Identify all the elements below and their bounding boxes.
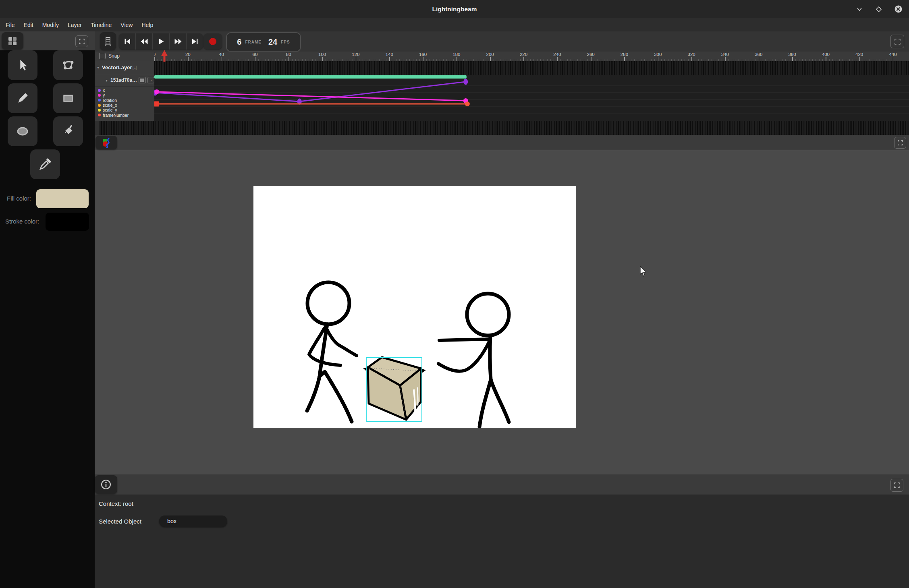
ruler-label-280: 280	[621, 52, 628, 57]
menu-layer[interactable]: Layer	[63, 22, 86, 28]
timeline-panel-tab[interactable]	[100, 32, 116, 50]
canvas-panel-tab[interactable]	[95, 136, 117, 149]
menu-help[interactable]: Help	[137, 22, 158, 28]
fill-color-label: Fill color:	[7, 195, 31, 202]
canvas-expand-button[interactable]	[894, 137, 906, 149]
property-row-x[interactable]: x	[95, 88, 154, 93]
tool-select-button[interactable]	[8, 50, 37, 80]
collapse-triangle-icon[interactable]: ▾	[106, 78, 108, 83]
sublayer-visibility-button[interactable]	[139, 77, 145, 83]
layer-name[interactable]: VectorLayer	[102, 64, 132, 70]
tool-pencil-button[interactable]	[8, 83, 37, 113]
snap-label: Snap	[108, 53, 120, 59]
tools-panel-header	[0, 31, 95, 50]
timeline-frame-columns[interactable]	[154, 61, 909, 75]
selected-object-field[interactable]: box	[159, 516, 227, 527]
ruler-label-420: 420	[855, 52, 863, 57]
tool-paint-bucket-button[interactable]	[53, 116, 83, 146]
eyedropper-icon	[38, 157, 52, 172]
property-row-scale_x[interactable]: scale_x	[95, 103, 154, 108]
ruler-label-80: 80	[286, 52, 291, 57]
drawing-canvas[interactable]	[253, 186, 576, 428]
info-icon	[100, 479, 112, 490]
close-icon[interactable]	[894, 5, 903, 14]
record-button[interactable]	[203, 33, 222, 50]
property-color-dot	[98, 99, 101, 101]
play-button[interactable]	[153, 33, 170, 50]
ruler-label-300: 300	[654, 52, 662, 57]
property-row-scale_y[interactable]: scale_y	[95, 108, 154, 112]
tools-panel-tab[interactable]	[2, 32, 23, 50]
snap-toggle[interactable]: Snap	[99, 53, 120, 59]
animation-curves[interactable]	[154, 74, 909, 121]
minimize-icon[interactable]	[855, 5, 864, 14]
property-color-dot	[98, 114, 101, 116]
box-sprite[interactable]	[363, 357, 426, 420]
canvas-panel	[95, 135, 909, 474]
selected-object-row: Selected Object box	[99, 516, 227, 527]
tool-rectangle-button[interactable]	[53, 83, 83, 113]
stroke-color-swatch[interactable]	[46, 213, 89, 231]
pencil-icon	[16, 91, 29, 105]
ruler-label-220: 220	[520, 52, 527, 57]
ruler-label-160: 160	[419, 52, 427, 57]
sublayer-name[interactable]: 151ad70a…	[110, 77, 137, 83]
property-name: scale_x	[103, 103, 117, 108]
frame-value: 6	[237, 37, 241, 47]
fps-unit-label: FPS	[281, 40, 290, 44]
property-row-y[interactable]: y	[95, 93, 154, 97]
inspector-panel: Context: root Selected Object box	[95, 474, 909, 588]
menu-bar: FileEditModifyLayerTimelineViewHelp	[0, 18, 909, 32]
tools-sidebar: Fill color: Stroke color:	[0, 31, 95, 588]
maximize-icon[interactable]	[874, 5, 883, 14]
ruler-label-0: 0	[154, 52, 156, 57]
tool-ellipse-button[interactable]	[8, 116, 37, 146]
ruler-label-40: 40	[219, 52, 224, 57]
menu-modify[interactable]: Modify	[38, 22, 63, 28]
property-row-frameNumber[interactable]: frameNumber	[95, 112, 154, 117]
window-title: Lightningbeam	[0, 0, 909, 18]
menu-timeline[interactable]: Timeline	[86, 22, 116, 28]
ellipse-icon	[15, 124, 30, 139]
property-name: scale_y	[103, 108, 117, 112]
ruler-track[interactable]: 0204060801001201401601802002202402602803…	[154, 52, 909, 61]
skip-to-start-button[interactable]	[119, 33, 136, 50]
stick-figure-left	[307, 282, 357, 422]
selected-object-value: box	[167, 518, 176, 524]
ruler-label-20: 20	[185, 52, 191, 57]
canvas-panel-header	[95, 135, 909, 150]
node-edit-icon	[61, 58, 75, 72]
inspector-expand-button[interactable]	[890, 479, 903, 492]
collapse-triangle-icon[interactable]: ▾	[97, 65, 99, 70]
layer-row-sublayer[interactable]: ▾ 151ad70a… ~	[95, 74, 154, 87]
rectangle-icon	[61, 91, 75, 106]
snap-checkbox[interactable]	[99, 53, 106, 59]
select-arrow-icon	[16, 58, 29, 72]
menu-edit[interactable]: Edit	[19, 22, 38, 28]
inspector-panel-tab[interactable]	[95, 475, 117, 494]
rewind-button[interactable]	[136, 33, 153, 50]
tools-panel-expand-button[interactable]	[75, 35, 88, 47]
skip-to-end-button[interactable]	[187, 33, 203, 50]
timeline-expand-button[interactable]	[890, 35, 904, 48]
ruler-label-400: 400	[822, 52, 830, 57]
sublayer-curve-toggle-button[interactable]: ~	[147, 77, 154, 83]
menu-view[interactable]: View	[116, 22, 137, 28]
timeline-ruler[interactable]: Snap 02040608010012014016018020022024026…	[95, 52, 909, 62]
property-list: xyrotationscale_xscale_yframeNumber	[95, 87, 154, 118]
layer-list: ▾ VectorLayer [L] ▾ 151ad70a… ~ xyrotati…	[95, 61, 154, 121]
frame-unit-label: FRAME	[245, 40, 261, 44]
ruler-label-200: 200	[486, 52, 494, 57]
fill-color-swatch[interactable]	[36, 189, 89, 208]
property-row-rotation[interactable]: rotation	[95, 98, 154, 103]
tool-node-edit-button[interactable]	[53, 50, 83, 80]
playhead[interactable]	[161, 50, 168, 62]
layer-row-vectorlayer[interactable]: ▾ VectorLayer [L]	[95, 61, 154, 74]
timeline-frame-columns-bottom[interactable]	[100, 121, 909, 135]
tool-eyedropper-button[interactable]	[30, 149, 60, 179]
ruler-label-340: 340	[721, 52, 729, 57]
menu-file[interactable]: File	[1, 22, 19, 28]
property-name: x	[103, 88, 105, 93]
fast-forward-button[interactable]	[170, 33, 187, 50]
property-name: y	[103, 93, 105, 97]
